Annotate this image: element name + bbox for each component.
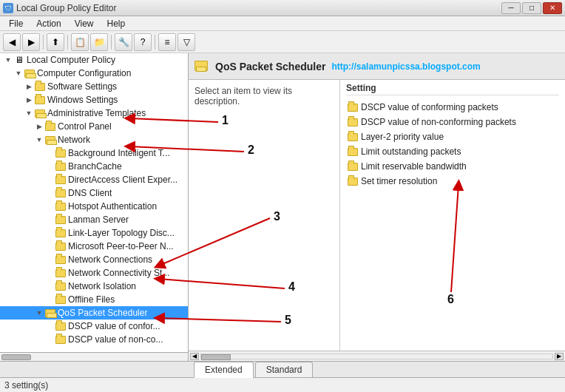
- expander-control-panel[interactable]: ▶: [34, 121, 44, 132]
- up-button[interactable]: ⬆: [47, 33, 64, 51]
- folder-icon-control-panel: [44, 121, 56, 132]
- copy-button[interactable]: 📋: [71, 33, 89, 51]
- tree-node-link-layer[interactable]: Link-Layer Topology Disc...: [0, 226, 188, 240]
- expander-local-computer-policy[interactable]: ▼: [3, 55, 13, 65]
- setting-icon-2: [348, 118, 358, 126]
- tree-node-software-settings[interactable]: ▶ Software Settings: [0, 80, 188, 93]
- tree-node-dscp-conforming[interactable]: DSCP value of confor...: [0, 320, 188, 333]
- tab-extended[interactable]: Extended: [194, 362, 254, 378]
- tree-node-dscp-nonconforming[interactable]: DSCP value of non-co...: [0, 333, 188, 346]
- app-icon: 🛡: [3, 3, 13, 13]
- tree-node-lanman[interactable]: Lanman Server: [0, 213, 188, 226]
- expander-directaccess: [44, 175, 55, 185]
- label-background: Background Intelligent T...: [68, 148, 170, 158]
- tree-node-ms-peer[interactable]: Microsoft Peer-to-Peer N...: [0, 240, 188, 253]
- back-button[interactable]: ◀: [3, 33, 21, 51]
- help-button[interactable]: ?: [134, 33, 152, 51]
- label-ms-peer: Microsoft Peer-to-Peer N...: [68, 241, 174, 251]
- tree-node-dns-client[interactable]: DNS Client: [0, 186, 188, 200]
- tree-node-qos-scheduler[interactable]: ▼ QoS Packet Scheduler: [0, 306, 188, 320]
- tree-node-network[interactable]: ▼ Network: [0, 133, 188, 146]
- scroll-right-arrow[interactable]: ▶: [555, 353, 564, 360]
- filter-button[interactable]: ▽: [177, 33, 195, 51]
- tree-node-directaccess[interactable]: DirectAccess Client Exper...: [0, 173, 188, 186]
- folder-icon-branchcache: [55, 161, 67, 172]
- tree-node-network-connections[interactable]: Network Connections: [0, 253, 188, 266]
- setting-label-5: Limit reservable bandwidth: [361, 161, 467, 172]
- right-header-url[interactable]: http://salamunpicssa.blogspot.com: [331, 61, 480, 72]
- label-local-computer-policy: Local Computer Policy: [27, 55, 115, 65]
- setting-icon-3: [348, 133, 358, 141]
- menu-help[interactable]: Help: [101, 17, 132, 30]
- menu-file[interactable]: File: [3, 17, 29, 30]
- forward-button[interactable]: ▶: [22, 33, 40, 51]
- expander-lanman: [44, 214, 55, 225]
- tree-node-network-isolation[interactable]: Network Isolation: [0, 280, 188, 293]
- label-dscp-conforming: DSCP value of confor...: [68, 321, 160, 331]
- left-scroll-thumb[interactable]: [1, 354, 31, 360]
- close-button[interactable]: ✕: [543, 2, 562, 14]
- label-control-panel: Control Panel: [58, 121, 112, 132]
- properties-button[interactable]: 🔧: [115, 33, 132, 51]
- tree-node-admin-templates[interactable]: ▼ Administrative Templates: [0, 107, 188, 120]
- expander-dscp-nonconforming: [44, 334, 55, 345]
- setting-item-set-timer[interactable]: Set timer resolution: [346, 174, 559, 189]
- right-content: Select an item to view its description. …: [189, 80, 565, 351]
- folder-icon-directaccess: [55, 175, 67, 185]
- toolbar-separator-3: [111, 35, 112, 50]
- setting-item-layer2[interactable]: Layer-2 priority value: [346, 129, 559, 144]
- folder-open-icon-computer-config: [24, 68, 35, 78]
- view-dropdown-button[interactable]: ≡: [158, 33, 176, 51]
- setting-item-dscp-conforming[interactable]: DSCP value of conforming packets: [346, 100, 559, 115]
- scroll-left-arrow[interactable]: ◀: [190, 353, 199, 360]
- setting-item-limit-outstanding[interactable]: Limit outstanding packets: [346, 144, 559, 159]
- folder-icon-link-layer: [55, 228, 67, 238]
- setting-item-limit-reservable[interactable]: Limit reservable bandwidth: [346, 159, 559, 174]
- menu-view[interactable]: View: [69, 17, 100, 30]
- expander-software-settings[interactable]: ▶: [24, 81, 34, 92]
- setting-item-dscp-nonconforming[interactable]: DSCP value of non-conforming packets: [346, 115, 559, 129]
- scroll-track[interactable]: [200, 354, 553, 359]
- minimize-button[interactable]: ─: [501, 2, 521, 14]
- expander-link-layer: [44, 228, 55, 238]
- folder-icon-dns-client: [55, 188, 67, 198]
- folder-open-icon-admin-templates: [34, 108, 46, 118]
- expander-branchcache: [44, 161, 55, 172]
- menu-action[interactable]: Action: [30, 17, 67, 30]
- window-controls[interactable]: ─ □ ✕: [501, 2, 562, 14]
- label-computer-config: Computer Configuration: [37, 68, 131, 78]
- label-network-isolation: Network Isolation: [68, 281, 136, 291]
- label-hotspot: Hotspot Authentication: [68, 201, 157, 212]
- tree-node-computer-config[interactable]: ▼ Computer Configuration: [0, 67, 188, 80]
- left-horizontal-scrollbar[interactable]: [0, 352, 188, 361]
- tree-node-network-connectivity[interactable]: Network Connectivity St...: [0, 266, 188, 280]
- expander-network[interactable]: ▼: [34, 135, 44, 145]
- tree-node-hotspot[interactable]: Hotspot Authentication: [0, 200, 188, 213]
- tree-node-background[interactable]: Background Intelligent T...: [0, 146, 188, 160]
- folder-icon-software-settings: [34, 81, 46, 92]
- scroll-thumb[interactable]: [201, 354, 231, 360]
- expander-qos[interactable]: ▼: [34, 308, 44, 318]
- window-title: Local Group Policy Editor: [16, 3, 116, 13]
- folder-icon-offline-files: [55, 294, 67, 305]
- tree-node-branchcache[interactable]: BranchCache: [0, 160, 188, 173]
- tab-standard[interactable]: Standard: [255, 362, 314, 377]
- tree-node-control-panel[interactable]: ▶ Control Panel: [0, 120, 188, 133]
- expander-offline-files: [44, 294, 55, 305]
- setting-label-1: DSCP value of conforming packets: [361, 102, 498, 112]
- expander-admin-templates[interactable]: ▼: [24, 108, 34, 118]
- tree-scroll[interactable]: ▼ 🖥 Local Computer Policy ▼ Computer Con…: [0, 53, 188, 352]
- paste-button[interactable]: 📁: [90, 33, 108, 51]
- setting-label-3: Layer-2 priority value: [361, 132, 444, 142]
- setting-label-2: DSCP value of non-conforming packets: [361, 117, 516, 127]
- tree-node-offline-files[interactable]: Offline Files: [0, 293, 188, 306]
- maximize-button[interactable]: □: [522, 2, 541, 14]
- setting-icon-6: [348, 178, 358, 186]
- expander-computer-config[interactable]: ▼: [13, 68, 24, 78]
- tree-node-windows-settings[interactable]: ▶ Windows Settings: [0, 93, 188, 107]
- folder-icon-hotspot: [55, 201, 67, 212]
- folder-open-icon-qos: [44, 308, 56, 318]
- expander-windows-settings[interactable]: ▶: [24, 95, 34, 105]
- tree-node-local-computer-policy[interactable]: ▼ 🖥 Local Computer Policy: [0, 53, 188, 67]
- right-horizontal-scrollbar[interactable]: ◀ ▶: [189, 351, 565, 361]
